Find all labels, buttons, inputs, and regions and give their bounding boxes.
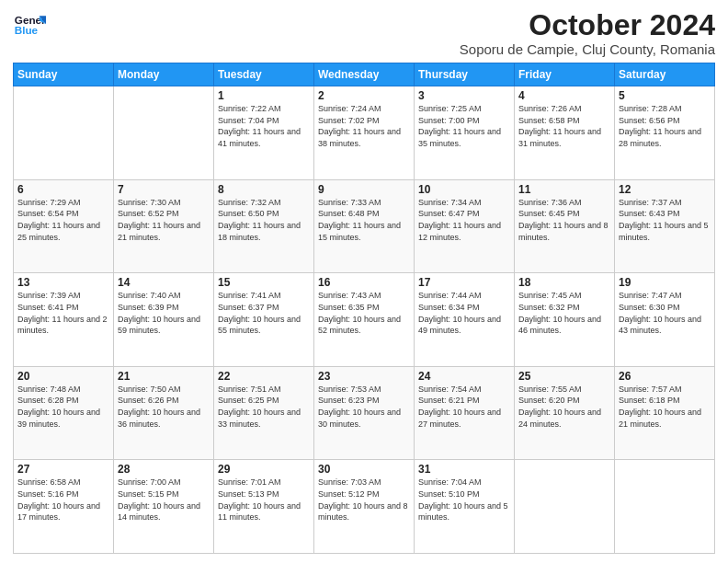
- day-info: Sunrise: 7:53 AM Sunset: 6:23 PM Dayligh…: [318, 384, 410, 430]
- calendar-cell: 2Sunrise: 7:24 AM Sunset: 7:02 PM Daylig…: [314, 86, 415, 180]
- day-info: Sunrise: 7:34 AM Sunset: 6:47 PM Dayligh…: [418, 197, 510, 243]
- calendar-cell: 7Sunrise: 7:30 AM Sunset: 6:52 PM Daylig…: [114, 179, 214, 273]
- day-info: Sunrise: 7:22 AM Sunset: 7:04 PM Dayligh…: [218, 103, 310, 149]
- day-number: 30: [318, 463, 410, 476]
- day-number: 16: [318, 276, 410, 289]
- day-info: Sunrise: 7:28 AM Sunset: 6:56 PM Dayligh…: [619, 103, 711, 149]
- header: General Blue October 2024 Soporu de Camp…: [13, 9, 715, 57]
- calendar-cell: 1Sunrise: 7:22 AM Sunset: 7:04 PM Daylig…: [214, 86, 314, 180]
- day-number: 24: [418, 370, 510, 383]
- calendar-cell: 23Sunrise: 7:53 AM Sunset: 6:23 PM Dayli…: [314, 366, 415, 460]
- day-info: Sunrise: 7:04 AM Sunset: 5:10 PM Dayligh…: [418, 477, 510, 523]
- day-info: Sunrise: 7:51 AM Sunset: 6:25 PM Dayligh…: [218, 384, 310, 430]
- title-section: October 2024 Soporu de Campie, Cluj Coun…: [460, 9, 715, 57]
- calendar-week-4: 20Sunrise: 7:48 AM Sunset: 6:28 PM Dayli…: [14, 366, 715, 460]
- calendar-cell: 17Sunrise: 7:44 AM Sunset: 6:34 PM Dayli…: [415, 273, 515, 367]
- day-number: 19: [619, 276, 711, 289]
- day-number: 23: [318, 370, 410, 383]
- calendar-week-1: 1Sunrise: 7:22 AM Sunset: 7:04 PM Daylig…: [14, 86, 715, 180]
- day-info: Sunrise: 7:57 AM Sunset: 6:18 PM Dayligh…: [619, 384, 711, 430]
- day-info: Sunrise: 7:39 AM Sunset: 6:41 PM Dayligh…: [17, 290, 109, 336]
- col-monday: Monday: [114, 63, 214, 86]
- calendar-week-3: 13Sunrise: 7:39 AM Sunset: 6:41 PM Dayli…: [14, 273, 715, 367]
- calendar-cell: 18Sunrise: 7:45 AM Sunset: 6:32 PM Dayli…: [515, 273, 615, 367]
- calendar-week-2: 6Sunrise: 7:29 AM Sunset: 6:54 PM Daylig…: [14, 179, 715, 273]
- day-number: 1: [218, 89, 310, 102]
- calendar-cell: 15Sunrise: 7:41 AM Sunset: 6:37 PM Dayli…: [214, 273, 314, 367]
- calendar-cell: 16Sunrise: 7:43 AM Sunset: 6:35 PM Dayli…: [314, 273, 415, 367]
- calendar-cell: 22Sunrise: 7:51 AM Sunset: 6:25 PM Dayli…: [214, 366, 314, 460]
- day-number: 22: [218, 370, 310, 383]
- page: General Blue October 2024 Soporu de Camp…: [0, 0, 728, 563]
- calendar-cell: 29Sunrise: 7:01 AM Sunset: 5:13 PM Dayli…: [214, 460, 314, 554]
- day-info: Sunrise: 7:03 AM Sunset: 5:12 PM Dayligh…: [318, 477, 410, 523]
- calendar-cell: 27Sunrise: 6:58 AM Sunset: 5:16 PM Dayli…: [14, 460, 114, 554]
- calendar-cell: 3Sunrise: 7:25 AM Sunset: 7:00 PM Daylig…: [415, 86, 515, 180]
- col-tuesday: Tuesday: [214, 63, 314, 86]
- calendar-header-row: Sunday Monday Tuesday Wednesday Thursday…: [14, 63, 715, 86]
- calendar-cell: [615, 460, 715, 554]
- day-info: Sunrise: 7:41 AM Sunset: 6:37 PM Dayligh…: [218, 290, 310, 336]
- calendar-cell: 10Sunrise: 7:34 AM Sunset: 6:47 PM Dayli…: [415, 179, 515, 273]
- calendar-cell: 20Sunrise: 7:48 AM Sunset: 6:28 PM Dayli…: [14, 366, 114, 460]
- day-number: 25: [518, 370, 610, 383]
- col-wednesday: Wednesday: [314, 63, 415, 86]
- calendar-cell: 24Sunrise: 7:54 AM Sunset: 6:21 PM Dayli…: [415, 366, 515, 460]
- col-friday: Friday: [515, 63, 615, 86]
- day-number: 2: [318, 89, 410, 102]
- day-info: Sunrise: 7:32 AM Sunset: 6:50 PM Dayligh…: [218, 197, 310, 243]
- day-info: Sunrise: 7:01 AM Sunset: 5:13 PM Dayligh…: [218, 477, 310, 523]
- day-info: Sunrise: 7:45 AM Sunset: 6:32 PM Dayligh…: [518, 290, 610, 336]
- logo-icon: General Blue: [13, 9, 46, 42]
- calendar: Sunday Monday Tuesday Wednesday Thursday…: [13, 63, 715, 554]
- calendar-week-5: 27Sunrise: 6:58 AM Sunset: 5:16 PM Dayli…: [14, 460, 715, 554]
- calendar-cell: 31Sunrise: 7:04 AM Sunset: 5:10 PM Dayli…: [415, 460, 515, 554]
- calendar-cell: 4Sunrise: 7:26 AM Sunset: 6:58 PM Daylig…: [515, 86, 615, 180]
- day-info: Sunrise: 7:29 AM Sunset: 6:54 PM Dayligh…: [17, 197, 109, 243]
- day-number: 14: [118, 276, 210, 289]
- svg-text:Blue: Blue: [15, 24, 39, 36]
- day-info: Sunrise: 7:55 AM Sunset: 6:20 PM Dayligh…: [518, 384, 610, 430]
- calendar-cell: 19Sunrise: 7:47 AM Sunset: 6:30 PM Dayli…: [615, 273, 715, 367]
- calendar-cell: 26Sunrise: 7:57 AM Sunset: 6:18 PM Dayli…: [615, 366, 715, 460]
- day-number: 4: [518, 89, 610, 102]
- day-number: 10: [418, 183, 510, 196]
- day-number: 7: [118, 183, 210, 196]
- day-info: Sunrise: 7:44 AM Sunset: 6:34 PM Dayligh…: [418, 290, 510, 336]
- calendar-cell: 21Sunrise: 7:50 AM Sunset: 6:26 PM Dayli…: [114, 366, 214, 460]
- day-number: 12: [619, 183, 711, 196]
- day-info: Sunrise: 7:47 AM Sunset: 6:30 PM Dayligh…: [619, 290, 711, 336]
- day-info: Sunrise: 7:26 AM Sunset: 6:58 PM Dayligh…: [518, 103, 610, 149]
- day-number: 15: [218, 276, 310, 289]
- col-saturday: Saturday: [615, 63, 715, 86]
- day-number: 28: [118, 463, 210, 476]
- day-number: 6: [17, 183, 109, 196]
- calendar-cell: 14Sunrise: 7:40 AM Sunset: 6:39 PM Dayli…: [114, 273, 214, 367]
- day-number: 17: [418, 276, 510, 289]
- day-number: 31: [418, 463, 510, 476]
- calendar-cell: [114, 86, 214, 180]
- day-number: 27: [17, 463, 109, 476]
- calendar-cell: 13Sunrise: 7:39 AM Sunset: 6:41 PM Dayli…: [14, 273, 114, 367]
- day-info: Sunrise: 7:24 AM Sunset: 7:02 PM Dayligh…: [318, 103, 410, 149]
- main-title: October 2024: [460, 9, 715, 41]
- day-info: Sunrise: 7:43 AM Sunset: 6:35 PM Dayligh…: [318, 290, 410, 336]
- day-info: Sunrise: 7:50 AM Sunset: 6:26 PM Dayligh…: [118, 384, 210, 430]
- day-info: Sunrise: 7:25 AM Sunset: 7:00 PM Dayligh…: [418, 103, 510, 149]
- calendar-cell: 9Sunrise: 7:33 AM Sunset: 6:48 PM Daylig…: [314, 179, 415, 273]
- calendar-cell: [14, 86, 114, 180]
- calendar-cell: 6Sunrise: 7:29 AM Sunset: 6:54 PM Daylig…: [14, 179, 114, 273]
- logo: General Blue: [13, 9, 46, 42]
- day-number: 18: [518, 276, 610, 289]
- day-number: 11: [518, 183, 610, 196]
- day-number: 8: [218, 183, 310, 196]
- day-info: Sunrise: 7:33 AM Sunset: 6:48 PM Dayligh…: [318, 197, 410, 243]
- day-info: Sunrise: 7:40 AM Sunset: 6:39 PM Dayligh…: [118, 290, 210, 336]
- calendar-cell: 25Sunrise: 7:55 AM Sunset: 6:20 PM Dayli…: [515, 366, 615, 460]
- day-info: Sunrise: 6:58 AM Sunset: 5:16 PM Dayligh…: [17, 477, 109, 523]
- subtitle: Soporu de Campie, Cluj County, Romania: [460, 41, 715, 57]
- day-number: 5: [619, 89, 711, 102]
- day-info: Sunrise: 7:54 AM Sunset: 6:21 PM Dayligh…: [418, 384, 510, 430]
- col-thursday: Thursday: [415, 63, 515, 86]
- day-info: Sunrise: 7:37 AM Sunset: 6:43 PM Dayligh…: [619, 197, 711, 243]
